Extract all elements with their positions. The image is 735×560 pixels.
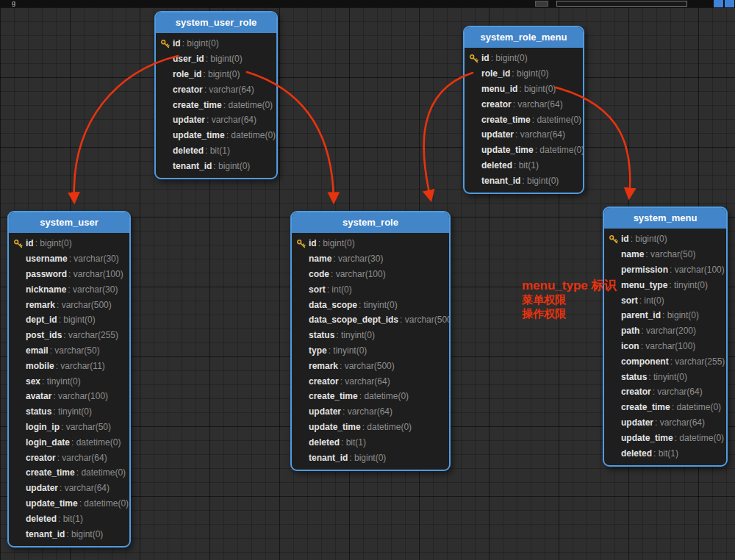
- field-row-updater[interactable]: updater: varchar(64): [156, 112, 276, 128]
- field-row-deleted[interactable]: deleted: bit(1): [292, 434, 449, 450]
- field-row-id[interactable]: id: bigint(0): [292, 236, 449, 251]
- field-type: : varchar(100): [331, 269, 386, 279]
- field-type: : varchar(64): [204, 85, 254, 95]
- field-row-create_time[interactable]: create_time: datetime(0): [156, 97, 276, 112]
- table-system_role[interactable]: system_roleid: bigint(0)name: varchar(30…: [290, 211, 451, 471]
- table-system_menu[interactable]: system_menuid: bigint(0)name: varchar(50…: [603, 207, 728, 467]
- field-row-password[interactable]: password: varchar(100): [9, 267, 129, 282]
- field-name: create_time: [481, 115, 531, 125]
- field-row-name[interactable]: name: varchar(30): [292, 251, 449, 267]
- field-row-user_id[interactable]: user_id: bigint(0): [156, 51, 276, 67]
- field-name: email: [26, 345, 49, 356]
- field-row-updater[interactable]: updater: varchar(64): [292, 404, 449, 420]
- table-system_user_role[interactable]: system_user_roleid: bigint(0)user_id: bi…: [154, 11, 278, 179]
- field-row-create_time[interactable]: create_time: datetime(0): [465, 112, 583, 127]
- field-row-code[interactable]: code: varchar(100): [292, 267, 449, 282]
- field-row-mobile[interactable]: mobile: varchar(11): [9, 358, 129, 373]
- window-accent-icon[interactable]: [725, 0, 734, 7]
- field-row-creator[interactable]: creator: varchar(64): [604, 384, 726, 400]
- field-row-deleted[interactable]: deleted: bit(1): [604, 445, 726, 461]
- field-row-id[interactable]: id: bigint(0): [465, 51, 583, 66]
- field-row-avatar[interactable]: avatar: varchar(100): [9, 389, 129, 404]
- field-row-menu_type[interactable]: menu_type: tinyint(0): [604, 277, 726, 292]
- field-row-update_time[interactable]: update_time: datetime(0): [292, 420, 449, 435]
- field-row-status[interactable]: status: tinyint(0): [604, 369, 726, 384]
- field-row-tenant_id[interactable]: tenant_id: bigint(0): [156, 158, 276, 173]
- field-type: : varchar(64): [60, 483, 110, 493]
- field-type: : bigint(0): [631, 234, 667, 244]
- field-type: : datetime(0): [535, 145, 584, 155]
- field-row-tenant_id[interactable]: tenant_id: bigint(0): [292, 450, 449, 465]
- field-name: status: [26, 406, 51, 417]
- field-row-deleted[interactable]: deleted: bit(1): [156, 143, 276, 159]
- field-row-id[interactable]: id: bigint(0): [156, 36, 276, 51]
- table-title-system_role_menu[interactable]: system_role_menu: [465, 27, 583, 48]
- field-row-updater[interactable]: updater: varchar(64): [9, 481, 129, 496]
- field-row-id[interactable]: id: bigint(0): [604, 231, 726, 247]
- field-row-component[interactable]: component: varchar(255): [604, 353, 726, 369]
- field-row-role_id[interactable]: role_id: bigint(0): [465, 66, 583, 82]
- field-row-creator[interactable]: creator: varchar(64): [465, 96, 583, 112]
- table-title-system_menu[interactable]: system_menu: [604, 208, 726, 229]
- table-title-system_user_role[interactable]: system_user_role: [156, 12, 276, 33]
- table-system_role_menu[interactable]: system_role_menuid: bigint(0)role_id: bi…: [463, 26, 584, 194]
- field-row-username[interactable]: username: varchar(30): [9, 251, 129, 267]
- field-row-deleted[interactable]: deleted: bit(1): [465, 158, 583, 173]
- field-row-update_time[interactable]: update_time: datetime(0): [9, 496, 129, 511]
- field-type: : bigint(0): [491, 53, 528, 63]
- field-row-update_time[interactable]: update_time: datetime(0): [156, 128, 276, 143]
- search-input[interactable]: [556, 1, 687, 7]
- field-row-role_id[interactable]: role_id: bigint(0): [156, 67, 276, 82]
- field-type: : datetime(0): [76, 467, 126, 478]
- field-row-sort[interactable]: sort: int(0): [604, 292, 726, 308]
- field-type: : varchar(64): [57, 453, 107, 463]
- field-row-tenant_id[interactable]: tenant_id: bigint(0): [9, 526, 129, 542]
- field-row-path[interactable]: path: varchar(200): [604, 323, 726, 339]
- table-system_user[interactable]: system_userid: bigint(0)username: varcha…: [7, 211, 131, 548]
- field-row-create_time[interactable]: create_time: datetime(0): [292, 389, 449, 404]
- field-row-email[interactable]: email: varchar(50): [9, 343, 129, 359]
- field-row-tenant_id[interactable]: tenant_id: bigint(0): [465, 173, 583, 188]
- field-row-remark[interactable]: remark: varchar(500): [292, 358, 449, 373]
- field-name: permission: [621, 265, 668, 275]
- field-row-create_time[interactable]: create_time: datetime(0): [604, 400, 726, 415]
- field-row-create_time[interactable]: create_time: datetime(0): [9, 465, 129, 481]
- field-type: : int(0): [327, 284, 352, 295]
- table-title-system_role[interactable]: system_role: [292, 212, 449, 233]
- field-row-dept_id[interactable]: dept_id: bigint(0): [9, 312, 129, 328]
- field-row-creator[interactable]: creator: varchar(64): [156, 82, 276, 97]
- field-row-updater[interactable]: updater: varchar(64): [465, 127, 583, 143]
- field-row-sort[interactable]: sort: int(0): [292, 281, 449, 297]
- field-row-type[interactable]: type: tinyint(0): [292, 343, 449, 359]
- field-row-nickname[interactable]: nickname: varchar(30): [9, 281, 129, 297]
- field-row-deleted[interactable]: deleted: bit(1): [9, 511, 129, 526]
- field-row-login_ip[interactable]: login_ip: varchar(50): [9, 420, 129, 435]
- field-name: update_time: [173, 130, 225, 140]
- field-row-update_time[interactable]: update_time: datetime(0): [604, 430, 726, 445]
- field-type: : bit(1): [58, 514, 83, 524]
- field-row-id[interactable]: id: bigint(0): [9, 236, 129, 251]
- field-row-login_date[interactable]: login_date: datetime(0): [9, 434, 129, 450]
- field-row-parent_id[interactable]: parent_id: bigint(0): [604, 308, 726, 323]
- field-row-icon[interactable]: icon: varchar(100): [604, 339, 726, 354]
- field-row-updater[interactable]: updater: varchar(64): [604, 415, 726, 431]
- field-row-status[interactable]: status: tinyint(0): [292, 328, 449, 343]
- field-row-post_ids[interactable]: post_ids: varchar(255): [9, 328, 129, 343]
- field-type: : tinyint(0): [648, 372, 687, 382]
- field-name: data_scope: [309, 300, 357, 310]
- field-row-remark[interactable]: remark: varchar(500): [9, 297, 129, 312]
- field-row-update_time[interactable]: update_time: datetime(0): [465, 143, 583, 158]
- window-accent-icon[interactable]: [714, 0, 723, 7]
- field-row-name[interactable]: name: varchar(50): [604, 247, 726, 262]
- field-row-data_scope_dept_ids[interactable]: data_scope_dept_ids: varchar(500): [292, 312, 449, 328]
- field-row-sex[interactable]: sex: tinyint(0): [9, 373, 129, 389]
- field-row-status[interactable]: status: tinyint(0): [9, 404, 129, 420]
- field-row-menu_id[interactable]: menu_id: bigint(0): [465, 82, 583, 97]
- table-title-system_user[interactable]: system_user: [9, 212, 129, 233]
- field-row-creator[interactable]: creator: varchar(64): [9, 450, 129, 465]
- field-row-creator[interactable]: creator: varchar(64): [292, 373, 449, 389]
- field-name: creator: [309, 376, 339, 387]
- toolbar-button[interactable]: [535, 1, 548, 7]
- field-row-data_scope[interactable]: data_scope: tinyint(0): [292, 297, 449, 312]
- field-row-permission[interactable]: permission: varchar(100): [604, 262, 726, 278]
